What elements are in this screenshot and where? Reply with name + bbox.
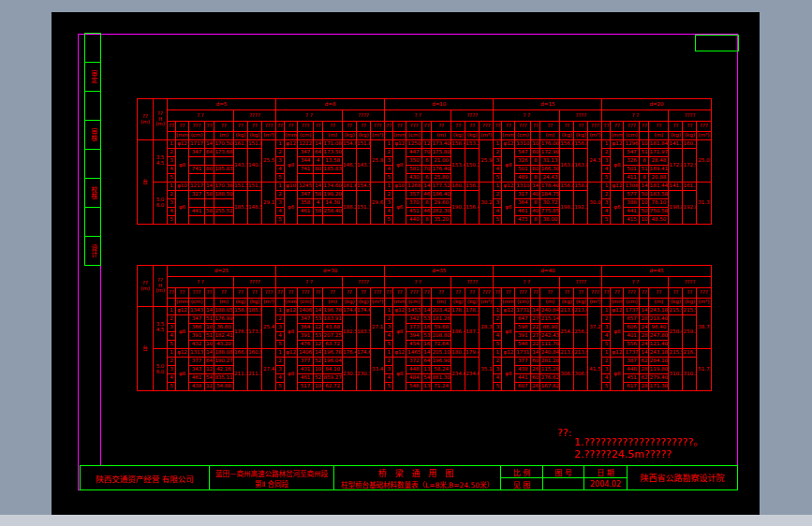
table-cell: 5 (168, 383, 176, 391)
table-cell: 5 (385, 341, 393, 349)
table-cell: 24 (640, 324, 649, 332)
table-cell: ?? (669, 122, 683, 132)
table-cell: 1 (602, 140, 611, 149)
table-cell: 35.20 (432, 216, 451, 225)
table-cell: ?? (669, 288, 683, 299)
table-cell: 28 (640, 332, 649, 341)
table-cell: 203.42 (432, 307, 451, 315)
table-cell: ???? (234, 110, 276, 122)
table-cell: 1 (385, 307, 393, 315)
table-cell: ??? (298, 122, 314, 132)
table-cell (205, 299, 214, 307)
table-cell: 188.50 (214, 191, 234, 199)
table-cell: 617 (624, 383, 640, 391)
table-cell: 80 (205, 166, 214, 174)
drawing-canvas[interactable]: 审定审核校核设计 ??(m)??H(m)d=5d=8d=10d=15d=20? … (52, 12, 760, 515)
table-cell: 3 (276, 199, 285, 208)
table-cell: 80 (531, 166, 540, 174)
table-cell: 234.60 (451, 358, 465, 391)
table-cell: 20.88 (649, 174, 669, 183)
table-cell: ?? (574, 288, 588, 299)
table-cell: (m) (214, 299, 234, 307)
table-cell: (mm) (393, 299, 406, 307)
table-cell: 187.20 (465, 315, 480, 349)
table-cell (205, 174, 214, 183)
table-cell: ???? (669, 110, 711, 122)
table-cell: 6 (422, 157, 432, 166)
table-cell: 14 (205, 307, 214, 315)
table-cell: (m³) (697, 299, 711, 307)
upper-quantity-table: ??(m)??H(m)d=5d=8d=10d=15d=20? ?????? ??… (137, 98, 712, 225)
table-cell: 1737 (624, 307, 640, 315)
table-cell: 431 (298, 366, 314, 374)
table-cell: (m) (649, 132, 669, 140)
title-block-institute: 陕西省公路勘察设计院 (627, 466, 737, 489)
table-cell: ???? (234, 277, 276, 288)
table-cell: 198.34 (560, 191, 574, 225)
table-cell: 182.53 (343, 315, 357, 349)
table-cell: 215.50 (669, 349, 683, 358)
table-cell: 215.50 (669, 307, 683, 315)
table-cell: ??? (480, 288, 494, 299)
table-cell: 218.40 (649, 315, 669, 324)
table-cell: 53 (422, 315, 432, 324)
table-cell: 148.54 (248, 191, 262, 225)
table-cell: 256.21 (574, 315, 588, 349)
table-cell: 581 (406, 166, 422, 174)
table-cell: (m³) (371, 132, 385, 140)
table-cell: ???? (343, 110, 385, 122)
table-cell: 70 (422, 166, 432, 174)
table-cell: ?? (343, 122, 357, 132)
table-cell: 1 (385, 349, 393, 358)
table-cell: (cm) (298, 299, 314, 307)
note-line-1: 1.????????????????????。 (574, 433, 703, 448)
table-cell: ?? (285, 122, 298, 132)
table-cell: 4 (168, 166, 176, 174)
table-cell: 8 (531, 174, 540, 183)
status-bar (0, 515, 812, 526)
table-cell: 606 (624, 324, 640, 332)
table-cell: 475 (515, 216, 531, 225)
table-cell: 2 (602, 191, 611, 199)
table-cell: 2 (385, 149, 393, 157)
table-cell: ? ? (168, 277, 234, 288)
table-cell: 14 (205, 183, 214, 191)
table-cell: 151.30 (357, 191, 371, 225)
table-cell: 8 (640, 157, 649, 166)
table-cell: 3 (494, 324, 502, 332)
table-cell: ?? (234, 288, 248, 299)
table-cell: 741 (298, 166, 314, 174)
table-cell: 156.40 (465, 191, 480, 225)
table-cell: 14 (531, 349, 540, 358)
table-cell: 3 (276, 366, 285, 374)
table-cell: 14 (640, 349, 649, 358)
table-cell: 2 (385, 315, 393, 324)
table-cell: 41.5 (588, 349, 602, 391)
table-cell: ??? (189, 122, 205, 132)
table-cell: 196.04 (323, 358, 343, 366)
table-cell: 3 (602, 157, 611, 166)
table-cell: ??H(m) (154, 266, 168, 307)
table-cell: 43.20 (214, 341, 234, 349)
table-cell: 364 (298, 324, 314, 332)
table-cell: ?? (248, 288, 262, 299)
table-cell: 326 (515, 157, 531, 166)
table-cell: 240.84 (540, 349, 560, 358)
table-cell: φ12 (393, 349, 406, 358)
table-cell: 430 (406, 174, 422, 183)
table-cell: 8 (422, 199, 432, 208)
table-cell: 211.10 (248, 358, 262, 391)
table-cell (298, 216, 314, 225)
table-cell: 171.97 (649, 149, 669, 157)
table-cell: 4 (385, 208, 393, 216)
table-cell: 153.40 (451, 149, 465, 183)
table-cell: 25.5 (262, 140, 276, 183)
table-cell: 12 (205, 383, 214, 391)
table-cell: φ8 (611, 315, 624, 349)
table-cell: 171.08 (323, 140, 343, 149)
table-cell: 388 (624, 199, 640, 208)
table-cell: 306.53 (574, 358, 588, 391)
table-cell: 370 (406, 199, 422, 208)
lower-quantity-table: ??(m)??H(m)d=25d=30d=35d=40d=45? ?????? … (137, 265, 712, 391)
table-cell: 3 (385, 366, 393, 374)
